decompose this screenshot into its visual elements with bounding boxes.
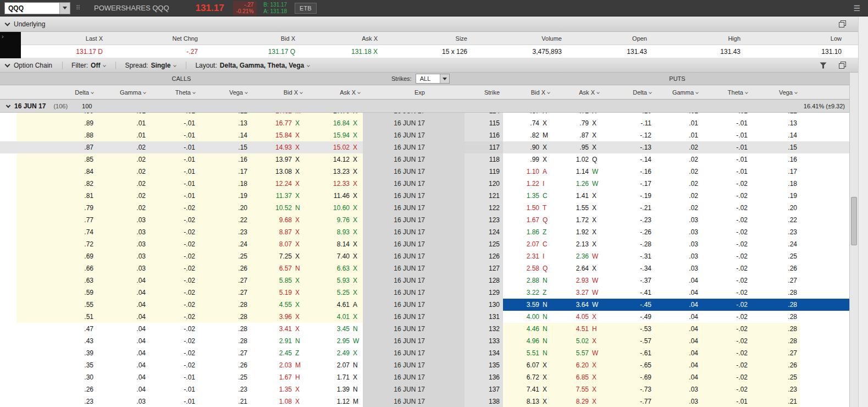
put-bid-cell[interactable]: 4.96N xyxy=(503,335,552,347)
call-bid-cell[interactable]: 10.52N xyxy=(250,202,305,214)
scrollbar-thumb[interactable] xyxy=(851,197,857,245)
call-bid-cell[interactable]: 4.55X xyxy=(250,299,305,311)
option-chain-row[interactable]: .23.03-.01.211.08X1.12M16 JUN 171388.13X… xyxy=(0,395,849,407)
option-chain-row[interactable]: .55.04-.02.284.55X4.61A16 JUN 171303.59N… xyxy=(0,299,849,311)
option-chain-row[interactable]: .90.01-.01.1217.62M17.70X16 JUN 17114.67… xyxy=(0,113,849,117)
call-ask-cell[interactable]: 15.02X xyxy=(305,141,363,153)
call-ask-cell[interactable]: 2.95W xyxy=(305,335,363,347)
call-bid-cell[interactable]: 5.19X xyxy=(250,287,305,299)
call-bid-cell[interactable]: 8.87X xyxy=(250,226,305,238)
put-bid-cell[interactable]: .67X xyxy=(503,113,552,117)
put-ask-cell[interactable]: 6.85X xyxy=(552,371,602,383)
put-ask-cell[interactable]: 2.36W xyxy=(552,250,602,262)
option-chain-row[interactable]: .85.02-.01.1613.97X14.12X16 JUN 17118.99… xyxy=(0,153,849,166)
call-ask-cell[interactable]: 5.25X xyxy=(305,287,363,299)
put-bid-cell[interactable]: 1.86Z xyxy=(503,226,552,238)
call-bid-cell[interactable]: 11.37X xyxy=(250,190,305,202)
put-ask-cell[interactable]: 1.72X xyxy=(552,214,602,226)
put-ask-cell[interactable]: 1.26W xyxy=(552,178,602,190)
call-bid-cell[interactable]: 15.84X xyxy=(250,129,305,141)
option-chain-row[interactable]: .51.04-.02.283.96X4.01X16 JUN 171314.00N… xyxy=(0,311,849,323)
call-ask-cell[interactable]: 15.94X xyxy=(305,129,363,141)
option-chain-row[interactable]: .66.03-.02.266.57N6.63X16 JUN 171272.58Q… xyxy=(0,262,849,274)
collapse-chevron-icon[interactable] xyxy=(5,20,10,26)
put-bid-cell[interactable]: 2.58Q xyxy=(503,262,552,274)
call-column-header[interactable]: Bid X xyxy=(250,85,305,100)
put-column-header[interactable]: Delta xyxy=(602,85,654,100)
put-ask-cell[interactable]: 4.05X xyxy=(552,311,602,323)
call-ask-cell[interactable]: 7.40X xyxy=(305,250,363,262)
option-chain-row[interactable]: .63.04-.02.275.85X5.93X16 JUN 171282.88N… xyxy=(0,274,849,287)
menu-icon[interactable]: ☰ xyxy=(853,4,860,13)
put-column-header[interactable]: Theta xyxy=(701,85,750,100)
call-bid-cell[interactable]: 17.62M xyxy=(250,113,305,117)
call-bid-cell[interactable]: 13.08X xyxy=(250,166,305,178)
put-ask-cell[interactable]: 1.02Q xyxy=(552,153,602,166)
put-bid-cell[interactable]: 1.35C xyxy=(503,190,552,202)
call-bid-cell[interactable]: 1.08X xyxy=(250,395,305,407)
call-ask-cell[interactable]: 2.07N xyxy=(305,359,363,371)
put-ask-cell[interactable]: 1.55X xyxy=(552,202,602,214)
option-chain-row[interactable]: .82.02-.01.1812.24X12.33X16 JUN 171201.2… xyxy=(0,178,849,190)
call-bid-cell[interactable]: 8.07X xyxy=(250,238,305,250)
put-bid-cell[interactable]: 4.46N xyxy=(503,323,552,335)
call-bid-cell[interactable]: 2.91N xyxy=(250,335,305,347)
option-chain-row[interactable]: .47.04-.02.283.41X3.45N16 JUN 171324.46N… xyxy=(0,323,849,335)
call-bid-cell[interactable]: 16.77X xyxy=(250,117,305,129)
put-ask-cell[interactable]: 1.14W xyxy=(552,166,602,178)
option-chain-row[interactable]: .81.02-.01.1911.37X11.46X16 JUN 171211.3… xyxy=(0,190,849,202)
call-ask-cell[interactable]: 10.60X xyxy=(305,202,363,214)
put-ask-cell[interactable]: 2.93W xyxy=(552,274,602,287)
put-ask-cell[interactable]: 3.27W xyxy=(552,287,602,299)
put-ask-cell[interactable]: 1.92X xyxy=(552,226,602,238)
symbol-input[interactable]: QQQ xyxy=(5,3,59,14)
put-column-header[interactable]: Vega xyxy=(750,85,800,100)
put-ask-cell[interactable]: 6.20X xyxy=(552,359,602,371)
put-ask-cell[interactable]: 2.13X xyxy=(552,238,602,250)
call-ask-cell[interactable]: 8.14X xyxy=(305,238,363,250)
call-bid-cell[interactable]: 9.68X xyxy=(250,214,305,226)
symbol-combobox[interactable]: QQQ xyxy=(4,2,70,14)
call-ask-cell[interactable]: 1.39N xyxy=(305,383,363,395)
collapse-chevron-icon[interactable] xyxy=(6,103,10,107)
put-bid-cell[interactable]: .99X xyxy=(503,153,552,166)
put-bid-cell[interactable]: 6.07X xyxy=(503,359,552,371)
vertical-scrollbar[interactable] xyxy=(849,73,858,407)
call-ask-cell[interactable]: 16.84X xyxy=(305,117,363,129)
call-ask-cell[interactable]: 17.70X xyxy=(305,113,363,117)
option-chain-row[interactable]: .79.02-.02.2010.52N10.60X16 JUN 171221.5… xyxy=(0,202,849,214)
put-ask-cell[interactable]: 4.51H xyxy=(552,323,602,335)
put-bid-cell[interactable]: 1.67Q xyxy=(503,214,552,226)
option-chain-row[interactable]: .35.04-.02.262.03M2.07N16 JUN 171356.07X… xyxy=(0,359,849,371)
put-bid-cell[interactable]: 7.41X xyxy=(503,383,552,395)
option-chain-row[interactable]: .89.01-.01.1316.77X16.84X16 JUN 17115.74… xyxy=(0,117,849,129)
put-bid-cell[interactable]: 6.72X xyxy=(503,371,552,383)
call-bid-cell[interactable]: 1.67H xyxy=(250,371,305,383)
put-ask-cell[interactable]: 8.29X xyxy=(552,395,602,407)
option-chain-row[interactable]: .69.03-.02.257.25X7.40X16 JUN 171262.31I… xyxy=(0,250,849,262)
call-ask-cell[interactable]: 14.12X xyxy=(305,153,363,166)
expiry-group-row[interactable]: 16 JUN 17 (106) 100 16.41% (±9.32) xyxy=(0,100,849,113)
option-chain-row[interactable]: .77.03-.02.229.68X9.76X16 JUN 171231.67Q… xyxy=(0,214,849,226)
put-bid-cell[interactable]: .82M xyxy=(503,129,552,141)
put-bid-cell[interactable]: .90X xyxy=(503,141,552,153)
put-bid-cell[interactable]: 2.07C xyxy=(503,238,552,250)
strikes-select[interactable]: ALL xyxy=(416,74,450,84)
call-bid-cell[interactable]: 7.25X xyxy=(250,250,305,262)
call-bid-cell[interactable]: 3.41X xyxy=(250,323,305,335)
option-chain-row[interactable]: .26.04-.01.231.35X1.39N16 JUN 171377.41X… xyxy=(0,383,849,395)
call-column-header[interactable]: Ask X xyxy=(305,85,363,100)
option-chain-row[interactable]: .30.04-.01.251.67H1.71X16 JUN 171366.72X… xyxy=(0,371,849,383)
option-chain-row[interactable]: .43.04-.02.282.91N2.95W16 JUN 171334.96N… xyxy=(0,335,849,347)
call-column-header[interactable]: Delta xyxy=(16,85,96,100)
option-chain-row[interactable]: .74.03-.02.238.87X8.93X16 JUN 171241.86Z… xyxy=(0,226,849,238)
call-bid-cell[interactable]: 1.35X xyxy=(250,383,305,395)
put-bid-cell[interactable]: .74X xyxy=(503,117,552,129)
call-ask-cell[interactable]: 5.93X xyxy=(305,274,363,287)
call-ask-cell[interactable]: 1.71X xyxy=(305,371,363,383)
strikes-dropdown-button[interactable] xyxy=(440,74,449,83)
call-bid-cell[interactable]: 13.97X xyxy=(250,153,305,166)
put-bid-cell[interactable]: 3.59N xyxy=(503,299,552,311)
option-chain-row[interactable]: .39.04-.02.272.45Z2.49X16 JUN 171345.51N… xyxy=(0,347,849,359)
option-chain-row[interactable]: .88.01-.01.1415.84X15.94X16 JUN 17116.82… xyxy=(0,129,849,141)
